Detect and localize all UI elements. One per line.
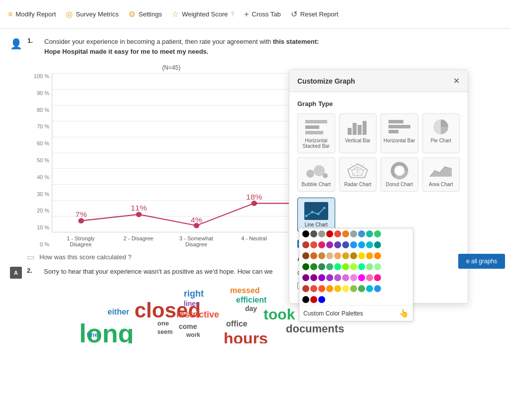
graph-type-donut[interactable]: Donut Chart (381, 157, 418, 192)
svg-rect-19 (388, 130, 398, 133)
palette-dropdown: Custom Color Palettes 👆 (299, 228, 413, 321)
word-office: office (226, 319, 248, 328)
svg-point-21 (306, 170, 314, 178)
radar-icon (346, 162, 370, 180)
svg-point-31 (396, 167, 403, 174)
settings-label: Settings (138, 10, 162, 18)
svg-point-0 (78, 218, 84, 223)
question-2-icon: A (10, 267, 22, 279)
svg-text:11%: 11% (130, 204, 147, 212)
toolbar-weighted[interactable]: ☆ Weighted Score ? (172, 9, 234, 19)
toolbar-survey[interactable]: ◎ Survey Metrics (66, 9, 119, 19)
word-right: right (184, 289, 204, 299)
svg-text:4%: 4% (191, 215, 203, 223)
svg-point-23 (323, 173, 328, 178)
svg-text:18%: 18% (246, 193, 262, 201)
graph-type-vertical-bar[interactable]: Vertical Bar (339, 113, 377, 153)
x-label-4: 4 - Neutral (229, 235, 279, 247)
x-label-3: 3 - SomewhatDisagree (171, 235, 221, 247)
survey-label: Survey Metrics (76, 10, 119, 18)
weighted-label: Weighted Score (182, 10, 228, 18)
question-1-text: Consider your experience in becoming a p… (44, 37, 333, 56)
svg-point-35 (305, 215, 307, 217)
n-label: (N=45) (27, 64, 316, 71)
word-seem: seem (157, 328, 173, 335)
graph-type-line[interactable]: Line Chart (297, 198, 335, 232)
reset-icon: ↺ (291, 9, 297, 19)
palette-custom-option[interactable]: Custom Color Palettes 👆 (299, 305, 413, 321)
modal-header: Customize Graph ✕ (289, 70, 468, 92)
survey-icon: ◎ (66, 9, 73, 19)
graph-type-area[interactable]: Area Chart (422, 157, 460, 192)
horizontal-bar-icon (387, 118, 411, 136)
word-restrictive: restrictive (176, 310, 219, 320)
svg-rect-13 (348, 128, 352, 135)
graph-type-grid: HorizontalStacked Bar Vertical Bar (297, 113, 460, 232)
palette-option-4[interactable] (299, 261, 413, 272)
line-icon (304, 202, 328, 220)
question-1-row: 👤 1. Consider your experience in becomin… (10, 37, 500, 56)
toolbar-settings[interactable]: ⚙ Settings (128, 9, 162, 19)
crosstab-icon: + (244, 10, 249, 19)
palette-option-1[interactable] (299, 228, 413, 239)
svg-point-38 (323, 207, 325, 210)
svg-rect-18 (388, 125, 410, 128)
graph-type-horiz-stacked[interactable]: HorizontalStacked Bar (297, 113, 335, 153)
svg-text:7%: 7% (75, 210, 87, 218)
score-box-icon: ▭ (27, 252, 34, 262)
pie-icon (429, 118, 453, 136)
score-box-text: How was this score calculated ? (39, 253, 131, 261)
graph-type-radar[interactable]: Radar Chart (339, 157, 377, 192)
word-come: come (179, 322, 197, 330)
question-1-icon: 👤 (10, 38, 22, 50)
word-took: took (263, 306, 295, 323)
horiz-stacked-icon (304, 118, 328, 136)
graph-type-label: Graph Type (297, 100, 460, 107)
vertical-bar-icon (346, 118, 370, 136)
word-one: one (157, 319, 169, 327)
svg-point-1 (136, 212, 142, 217)
chart-area: (N=45) 100 % 90 % 80 % 70 % 60 % 50 % 40… (27, 64, 316, 247)
bubble-icon (304, 162, 328, 180)
word-either: either (108, 308, 129, 316)
svg-point-37 (317, 213, 319, 215)
svg-rect-11 (305, 125, 319, 129)
svg-rect-12 (305, 131, 323, 134)
settings-icon: ⚙ (128, 9, 135, 19)
word-hours: hours (224, 329, 268, 343)
palette-option-5[interactable] (299, 272, 413, 283)
svg-rect-16 (363, 121, 367, 135)
palette-option-6[interactable] (299, 283, 413, 294)
svg-rect-10 (305, 120, 327, 123)
modal-close-button[interactable]: ✕ (453, 76, 460, 86)
question-1-number: 1. (27, 37, 39, 44)
toolbar-modify[interactable]: ≡ Modify Report (8, 10, 56, 19)
svg-rect-14 (353, 123, 357, 135)
svg-rect-15 (358, 125, 362, 135)
palette-option-2[interactable] (299, 239, 413, 250)
reset-label: Reset Report (300, 10, 339, 18)
apply-all-button[interactable]: e all graphs (458, 254, 505, 269)
toolbar-reset[interactable]: ↺ Reset Report (291, 9, 339, 19)
x-label-1: 1 - StronglyDisagree (56, 235, 106, 247)
palette-option-7[interactable] (299, 294, 413, 305)
question-2-number: 2. (27, 267, 39, 274)
word-efficient: efficient (236, 296, 266, 305)
cursor-icon: 👆 (399, 309, 409, 318)
toolbar: ≡ Modify Report ◎ Survey Metrics ⚙ Setti… (0, 0, 510, 29)
toolbar-crosstab[interactable]: + Cross Tab (244, 10, 281, 19)
graph-type-pie[interactable]: Pie Chart (422, 113, 460, 153)
word-fine: fine (87, 331, 98, 338)
x-label-2: 2 - Disagree (114, 235, 163, 247)
modal-title: Customize Graph (297, 77, 355, 85)
area-icon (429, 162, 453, 180)
word-documents: documents (286, 322, 344, 335)
chart-wrapper: 100 % 90 % 80 % 70 % 60 % 50 % 40 % 30 %… (52, 73, 316, 247)
svg-rect-17 (388, 120, 403, 123)
graph-type-horizontal-bar[interactable]: Horizontal Bar (381, 113, 418, 153)
graph-type-bubble[interactable]: Bubble Chart (297, 157, 335, 192)
palette-option-3[interactable] (299, 250, 413, 261)
word-lines: lines (184, 300, 200, 308)
weighted-icon: ☆ (172, 9, 179, 19)
svg-point-3 (252, 201, 257, 206)
